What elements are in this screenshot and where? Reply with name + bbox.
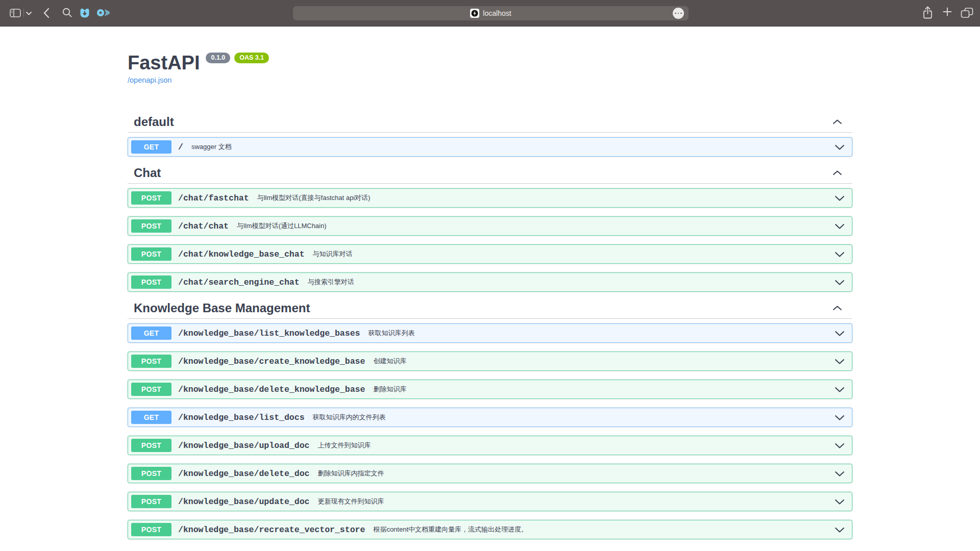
method-badge: GET xyxy=(131,411,172,424)
extension-radar-button[interactable] xyxy=(96,8,111,17)
expand-operation-button[interactable] xyxy=(835,195,845,201)
operation-path: /chat/search_engine_chat xyxy=(178,278,300,287)
api-info: FastAPI 0.1.0 OAS 3.1 /openapi.json xyxy=(128,27,852,85)
operation-path: /knowledge_base/update_doc xyxy=(178,497,309,507)
operation-list: POST/chat/fastchat与llm模型对话(直接与fastchat a… xyxy=(128,184,852,292)
operation-path: /chat/knowledge_base_chat xyxy=(178,249,305,259)
version-badge: 0.1.0 xyxy=(206,53,230,63)
method-badge: POST xyxy=(131,276,172,289)
operation-path: / xyxy=(178,142,183,152)
section-title: default xyxy=(134,114,174,130)
collapse-section-button[interactable] xyxy=(832,119,842,124)
api-section-default: defaultGET/swagger 文档 xyxy=(128,114,852,157)
section-header[interactable]: Chat xyxy=(128,165,852,184)
tab-overview-button[interactable] xyxy=(961,8,973,18)
share-button[interactable] xyxy=(922,6,934,20)
method-badge: POST xyxy=(131,383,172,396)
method-badge: POST xyxy=(131,467,172,480)
operation-summary: 与搜索引擎对话 xyxy=(308,278,354,287)
sidebar-icon xyxy=(10,9,21,17)
operation-row[interactable]: POST/knowledge_base/delete_doc删除知识库内指定文件 xyxy=(128,464,852,483)
method-badge: POST xyxy=(131,495,172,508)
chevron-left-icon xyxy=(43,8,50,18)
operation-summary: 根据content中文档重建向量库，流式输出处理进度。 xyxy=(373,525,528,534)
operation-path: /knowledge_base/delete_knowledge_base xyxy=(178,385,365,394)
operation-summary: 与llm模型对话(直接与fastchat api对话) xyxy=(257,193,371,203)
operation-summary: swagger 文档 xyxy=(191,142,232,152)
expand-operation-button[interactable] xyxy=(835,527,845,533)
openapi-link[interactable]: /openapi.json xyxy=(128,76,172,84)
section-title: Chat xyxy=(134,165,161,181)
operation-summary: 上传文件到知识库 xyxy=(317,441,371,450)
operation-row[interactable]: POST/chat/fastchat与llm模型对话(直接与fastchat a… xyxy=(128,188,852,208)
expand-operation-button[interactable] xyxy=(835,471,845,477)
operation-row[interactable]: GET/knowledge_base/list_knowledge_bases获… xyxy=(128,323,852,343)
back-button[interactable] xyxy=(43,8,50,18)
chevron-down-icon xyxy=(26,12,32,15)
method-badge: POST xyxy=(131,219,172,233)
chevron-down-icon xyxy=(835,359,845,364)
operation-row[interactable]: GET/swagger 文档 xyxy=(128,137,852,157)
search-button[interactable] xyxy=(62,8,72,18)
expand-operation-button[interactable] xyxy=(835,359,845,364)
operation-summary: 与llm模型对话(通过LLMChain) xyxy=(237,221,327,231)
expand-operation-button[interactable] xyxy=(835,223,845,229)
operation-row[interactable]: POST/knowledge_base/delete_knowledge_bas… xyxy=(128,380,852,399)
method-badge: POST xyxy=(131,191,172,205)
section-header[interactable]: Knowledge Base Management xyxy=(128,300,852,319)
expand-operation-button[interactable] xyxy=(835,144,845,150)
expand-operation-button[interactable] xyxy=(835,443,845,448)
expand-operation-button[interactable] xyxy=(835,280,845,285)
ellipsis-icon xyxy=(675,13,676,14)
address-bar[interactable]: localhost xyxy=(293,6,689,20)
expand-operation-button[interactable] xyxy=(835,415,845,420)
collapse-section-button[interactable] xyxy=(832,306,842,311)
sidebar-menu-button[interactable] xyxy=(26,12,32,15)
bookmark-download-icon xyxy=(80,8,90,18)
section-header[interactable]: default xyxy=(128,114,852,133)
operation-row[interactable]: POST/knowledge_base/update_doc更新现有文件到知识库 xyxy=(128,492,852,511)
expand-operation-button[interactable] xyxy=(835,499,845,505)
plus-icon xyxy=(943,7,952,16)
extension-bookmark-button[interactable] xyxy=(80,8,90,18)
chevron-down-icon xyxy=(835,415,845,420)
sidebar-toggle-button[interactable] xyxy=(10,9,21,17)
chevron-up-icon xyxy=(832,306,842,311)
operation-path: /chat/chat xyxy=(178,221,229,231)
operation-path: /knowledge_base/list_knowledge_bases xyxy=(178,329,360,338)
new-tab-button[interactable] xyxy=(943,7,952,16)
search-icon xyxy=(62,8,72,18)
operation-row[interactable]: GET/knowledge_base/list_docs获取知识库内的文件列表 xyxy=(128,408,852,427)
chevron-up-icon xyxy=(832,119,842,124)
page-options-button[interactable] xyxy=(673,8,684,19)
share-icon xyxy=(922,6,934,20)
operation-path: /knowledge_base/list_docs xyxy=(178,413,305,422)
expand-operation-button[interactable] xyxy=(835,387,845,392)
url-text: localhost xyxy=(483,9,511,17)
operation-row[interactable]: POST/knowledge_base/upload_doc上传文件到知识库 xyxy=(128,436,852,455)
method-badge: POST xyxy=(131,247,172,261)
operation-row[interactable]: POST/knowledge_base/create_knowledge_bas… xyxy=(128,352,852,371)
api-section-knowledge-base-management: Knowledge Base ManagementGET/knowledge_b… xyxy=(128,300,852,539)
operation-row[interactable]: POST/chat/knowledge_base_chat与知识库对话 xyxy=(128,244,852,264)
chevron-down-icon xyxy=(835,252,845,257)
tab-overview-icon xyxy=(961,8,973,18)
chevron-down-icon xyxy=(835,443,845,448)
operation-row[interactable]: POST/knowledge_base/recreate_vector_stor… xyxy=(128,520,852,539)
chevron-down-icon xyxy=(835,387,845,392)
method-badge: GET xyxy=(131,327,172,340)
operation-row[interactable]: POST/chat/search_engine_chat与搜索引擎对话 xyxy=(128,272,852,292)
operation-summary: 更新现有文件到知识库 xyxy=(317,497,384,506)
api-section-chat: ChatPOST/chat/fastchat与llm模型对话(直接与fastch… xyxy=(128,165,852,292)
operation-path: /knowledge_base/create_knowledge_base xyxy=(178,357,365,366)
chevron-down-icon xyxy=(835,499,845,505)
operation-row[interactable]: POST/chat/chat与llm模型对话(通过LLMChain) xyxy=(128,216,852,236)
operation-summary: 删除知识库 xyxy=(373,385,406,394)
collapse-section-button[interactable] xyxy=(832,170,842,176)
method-badge: POST xyxy=(131,439,172,452)
expand-operation-button[interactable] xyxy=(835,331,845,336)
page-title: FastAPI xyxy=(128,52,200,73)
radar-star-icon xyxy=(96,8,111,17)
expand-operation-button[interactable] xyxy=(835,252,845,257)
chevron-up-icon xyxy=(832,170,842,176)
